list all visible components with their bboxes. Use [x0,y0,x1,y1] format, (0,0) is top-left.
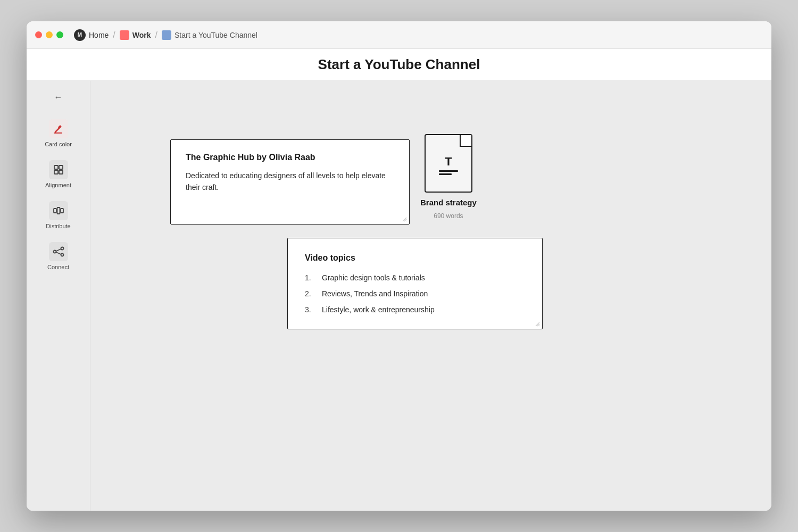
sidebar-item-alignment[interactable]: Alignment [35,155,82,194]
work-label: Work [132,31,151,39]
traffic-lights [35,31,63,38]
svg-line-14 [56,252,61,254]
svg-point-11 [61,247,63,250]
breadcrumb-work[interactable]: Work [120,30,151,40]
app-window: M Home / Work / Start a YouTube Channel … [27,21,771,511]
titlebar: M Home / Work / Start a YouTube Channel [27,21,771,49]
alignment-icon [49,160,68,179]
sidebar: ← Card color [27,81,90,511]
video-topics-card[interactable]: Video topics 1. Graphic design tools & t… [287,238,543,329]
page-header: Start a YouTube Channel [27,49,771,81]
doc-corner [460,135,471,147]
svg-rect-5 [54,170,58,174]
list-num-1: 1. [305,273,315,282]
content-area: ← Card color [27,81,771,511]
doc-icon: T [425,134,472,193]
breadcrumb: M Home / Work / Start a YouTube Channel [74,29,257,41]
doc-lines [439,170,458,175]
canvas: The Graphic Hub by Olivia Raab Dedicated… [90,81,771,511]
list-item: 1. Graphic design tools & tutorials [305,273,525,282]
list-text-2: Reviews, Trends and Inspiration [322,289,428,298]
graphic-hub-title: The Graphic Hub by Olivia Raab [186,153,394,162]
distribute-label: Distribute [46,223,70,229]
list-num-3: 3. [305,305,315,314]
brand-strategy-subtitle: 690 words [434,212,463,220]
doc-icon-inner: T [439,156,458,175]
home-label: Home [89,31,109,39]
doc-t-letter: T [445,156,452,168]
breadcrumb-home[interactable]: M Home [74,29,109,41]
sidebar-item-connect[interactable]: Connect [35,237,82,276]
graphic-hub-card[interactable]: The Graphic Hub by Olivia Raab Dedicated… [170,139,410,225]
list-text-3: Lifestyle, work & entrepreneurship [322,305,435,314]
list-item: 2. Reviews, Trends and Inspiration [305,289,525,298]
minimize-button[interactable] [46,31,53,38]
back-button[interactable]: ← [48,89,69,105]
work-icon [120,30,129,40]
list-text-1: Graphic design tools & tutorials [322,273,425,282]
sidebar-item-distribute[interactable]: Distribute [35,196,82,235]
svg-rect-7 [54,209,56,213]
breadcrumb-sep-2: / [155,30,157,40]
brand-strategy-card[interactable]: T Brand strategy 690 words [420,134,477,220]
connect-icon [49,242,68,261]
sidebar-item-card-color[interactable]: Card color [35,114,82,153]
doc-line-2 [439,173,452,175]
svg-rect-9 [61,209,63,213]
graphic-hub-body: Dedicated to educating designers of all … [186,170,394,194]
video-topics-title: Video topics [305,253,525,263]
resize-handle-2[interactable] [535,321,540,327]
list-num-2: 2. [305,289,315,298]
page-title: Start a YouTube Channel [318,56,480,73]
maximize-button[interactable] [56,31,63,38]
doc-line-1 [439,170,458,172]
home-icon: M [74,29,86,41]
breadcrumb-sep-1: / [113,30,115,40]
svg-point-10 [53,251,56,253]
list-item: 3. Lifestyle, work & entrepreneurship [305,305,525,314]
distribute-icon [49,201,68,220]
svg-point-12 [61,254,63,256]
page-icon [162,30,171,40]
svg-rect-8 [57,207,60,214]
back-icon: ← [54,93,63,102]
svg-rect-6 [59,170,63,174]
page-label: Start a YouTube Channel [174,31,257,39]
card-color-icon [49,119,68,138]
video-topics-list: 1. Graphic design tools & tutorials 2. R… [305,273,525,314]
alignment-label: Alignment [45,182,71,188]
connect-label: Connect [47,264,69,270]
card-color-label: Card color [45,141,72,147]
breadcrumb-page[interactable]: Start a YouTube Channel [162,30,257,40]
brand-strategy-title: Brand strategy [420,198,477,207]
resize-handle-1[interactable] [402,217,407,222]
close-button[interactable] [35,31,42,38]
svg-line-13 [56,249,61,251]
svg-rect-3 [54,165,58,169]
svg-rect-4 [59,165,63,169]
